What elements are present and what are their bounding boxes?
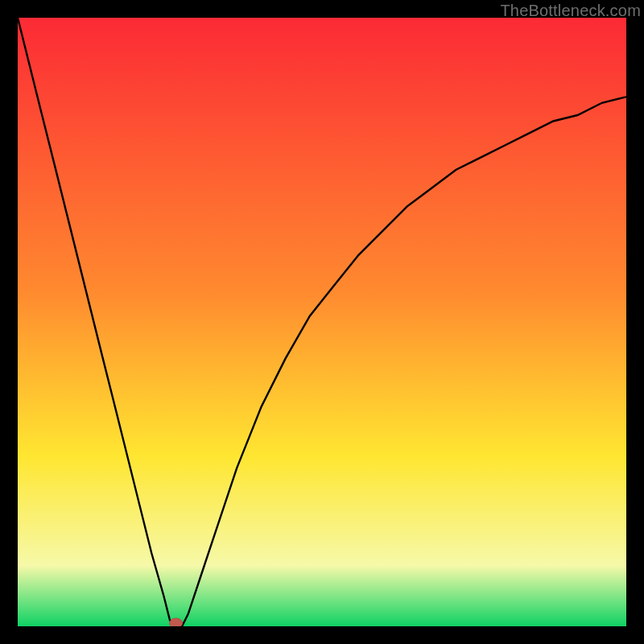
optimal-point-marker [170,618,183,626]
bottleneck-chart [18,18,626,626]
gradient-background [18,18,626,626]
chart-frame [18,18,626,626]
